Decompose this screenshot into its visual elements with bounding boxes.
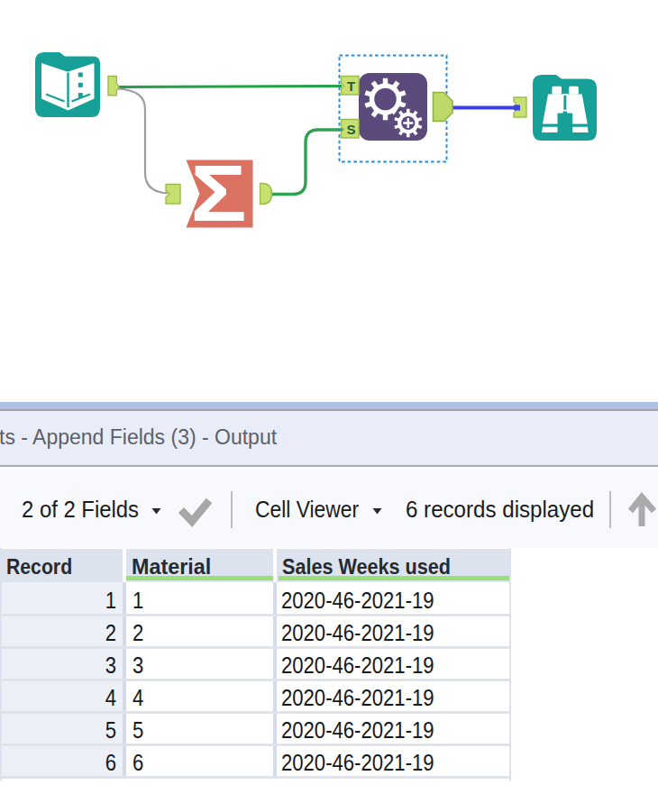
svg-text:Σ: Σ	[190, 148, 246, 238]
svg-text:S: S	[346, 122, 355, 137]
svg-text:T: T	[347, 78, 355, 94]
